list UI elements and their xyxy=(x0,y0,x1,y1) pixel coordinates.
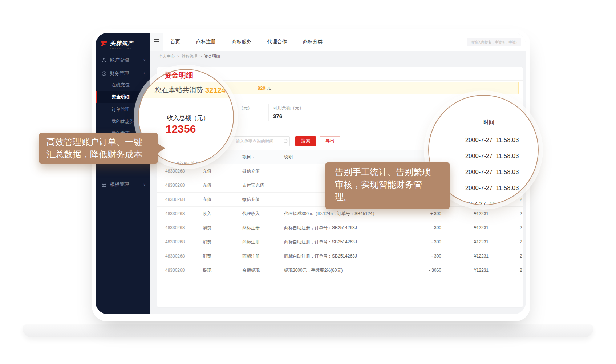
magnified-tab-label: 资金明细 xyxy=(164,70,193,80)
brand-logo[interactable]: 头牌知产 TOUPAI.COM xyxy=(101,40,133,50)
laptop-base xyxy=(23,324,593,337)
export-button[interactable]: 导出 xyxy=(320,136,340,146)
breadcrumb-separator: > xyxy=(177,54,179,58)
hamburger-menu-icon[interactable] xyxy=(150,33,163,51)
magnified-banner-amount: 32124 xyxy=(205,86,226,94)
cell-type: 充值 xyxy=(203,182,242,189)
chevron-down-icon: ∨ xyxy=(143,58,146,62)
cell-amount: + 300 xyxy=(412,211,441,216)
col-desc-header: 说明 xyxy=(284,154,412,160)
table-row[interactable]: 48330268 消费 商标注册 商标自助注册，订单号：SB2514263J -… xyxy=(157,249,523,263)
cell-order-number: 48330268 xyxy=(165,183,203,188)
cell-balance: ¥12231 xyxy=(441,268,489,273)
sort-chevron-icon: ∨ xyxy=(252,156,255,159)
banner-amount-fragment: 820 xyxy=(258,85,266,91)
breadcrumb-current: 资金明细 xyxy=(204,54,220,59)
cell-project: 余额提现 xyxy=(242,267,284,274)
sidebar: 头牌知产 TOUPAI.COM 账户管理 ∨ 财务管理 ∧ xyxy=(96,33,150,314)
cell-time-fragment: 2 xyxy=(489,268,523,273)
cell-project: 商标注册 xyxy=(242,253,284,259)
cell-project: 商标注册 xyxy=(242,225,284,231)
cell-order-number: 48330268 xyxy=(165,169,203,174)
callout-left: 高效管理账户订单、一键 汇总数据，降低财务成本 xyxy=(39,133,158,164)
sidebar-item-label: 财务管理 xyxy=(110,70,129,77)
table-row[interactable]: 48330268 提现 余额提现 提现3000元，手续费2%(60元) - 30… xyxy=(157,263,523,277)
callout-left-line2: 汇总数据，降低财务成本 xyxy=(46,148,150,161)
callout-left-line1: 高效管理账户订单、一键 xyxy=(46,136,150,148)
magnified-banner-prefix: 您在本站共消费 xyxy=(155,85,203,95)
magnified-income-label: 收入总额（元） xyxy=(167,114,209,122)
cell-amount: - 300 xyxy=(412,239,441,244)
search-input[interactable] xyxy=(467,38,521,46)
cell-type: 充值 xyxy=(203,168,242,174)
cell-time-fragment: 2 xyxy=(489,254,523,259)
cell-project: 代理收入 xyxy=(242,211,284,217)
sidebar-item-finance[interactable]: 财务管理 ∧ xyxy=(96,67,150,80)
cell-type: 充值 xyxy=(203,197,242,203)
cell-description: 商标自助注册，订单号：SB2514263J xyxy=(284,239,412,245)
cell-order-number: 48330268 xyxy=(165,268,203,273)
table-row[interactable]: 48330268 消费 商标注册 商标自助注册，订单号：SB2514263J -… xyxy=(157,235,523,249)
sidebar-subitem-label: 在线充值 xyxy=(112,82,130,88)
calendar-icon xyxy=(284,139,288,143)
col-project-header[interactable]: 项目∨ xyxy=(242,154,284,160)
cell-project: 微信充值 xyxy=(242,168,284,174)
cell-order-number: 48330268 xyxy=(165,239,203,244)
brand-logo-icon xyxy=(101,40,108,47)
stat-balance-label: 可用余额（元） xyxy=(273,105,304,111)
cell-type: 消费 xyxy=(203,253,242,259)
table-row[interactable]: 48330268 消费 商标注册 商标自助注册，订单号：SB2514263J -… xyxy=(157,221,523,235)
banner-text-fragment: 820 元 xyxy=(258,82,271,94)
brand-domain: TOUPAI.COM xyxy=(110,48,133,50)
nav-item-agent-cooperation[interactable]: 代理合作 xyxy=(267,39,287,45)
callout-right: 告别手工统计、告别繁琐 审核，实现智能财务管 理。 xyxy=(325,162,450,209)
callout-right-line1: 告别手工统计、告别繁琐 xyxy=(335,166,440,178)
cell-type: 收入 xyxy=(203,211,242,217)
cell-description: 商标自助注册，订单号：SB2514263J xyxy=(284,225,412,231)
stats-divider xyxy=(268,104,269,121)
sidebar-item-template[interactable]: 模板管理 ∨ xyxy=(96,178,150,191)
nav-item-trademark-register[interactable]: 商标注册 xyxy=(196,39,216,45)
cell-balance: ¥12231 xyxy=(441,225,489,230)
breadcrumb-item[interactable]: 个人中心 xyxy=(159,54,175,59)
nav-item-home[interactable]: 首页 xyxy=(170,39,180,45)
template-icon xyxy=(101,182,107,187)
finance-icon xyxy=(101,71,107,76)
cell-description: 商标自助注册，订单号：SB2514263J xyxy=(284,253,412,259)
cell-time-fragment: 2 xyxy=(489,211,523,216)
cell-amount: - 3060 xyxy=(412,268,441,273)
cell-amount: - 300 xyxy=(412,254,441,259)
sidebar-item-account[interactable]: 账户管理 ∨ xyxy=(96,54,150,66)
user-icon xyxy=(101,57,107,63)
magnified-consumption-banner: 您在本站共消费 32124 xyxy=(139,82,233,98)
sidebar-subitem-label: 订单管理 xyxy=(112,106,130,113)
cell-balance: ¥12231 xyxy=(441,211,489,216)
sidebar-subitem-label: 我的优惠券 xyxy=(112,118,134,125)
date-query-input[interactable] xyxy=(232,136,290,146)
chevron-up-icon: ∧ xyxy=(143,72,146,75)
magnified-time-cell: 2000-7-27 11:58:03 xyxy=(429,132,538,148)
cell-project: 支付宝充值 xyxy=(242,182,284,189)
cell-type: 消费 xyxy=(203,225,242,231)
breadcrumb-separator: > xyxy=(199,54,202,58)
nav-item-trademark-service[interactable]: 商标服务 xyxy=(232,39,251,45)
cell-project: 微信充值 xyxy=(242,197,284,203)
stat-balance-value: 376 xyxy=(273,113,282,119)
cell-balance: ¥12231 xyxy=(441,254,489,259)
chevron-down-icon: ∨ xyxy=(143,183,146,186)
cell-time-fragment: 2 xyxy=(489,239,523,244)
nav-item-trademark-category[interactable]: 商标分类 xyxy=(303,39,323,45)
sidebar-subitem-label: 资金明细 xyxy=(112,94,130,100)
top-navbar: 首页 商标注册 商标服务 代理合作 商标分类 xyxy=(150,33,526,51)
cell-order-number: 48330268 xyxy=(165,211,203,216)
breadcrumb: 个人中心 > 财务管理 > 资金明细 xyxy=(150,51,526,62)
top-nav-items: 首页 商标注册 商标服务 代理合作 商标分类 xyxy=(170,33,323,51)
search-button[interactable]: 搜索 xyxy=(295,136,316,146)
breadcrumb-item[interactable]: 财务管理 xyxy=(181,54,197,59)
cell-balance: ¥12231 xyxy=(441,239,489,244)
sidebar-item-label: 账户管理 xyxy=(110,57,129,63)
magnified-income-value: 12356 xyxy=(166,123,196,135)
cell-amount: - 300 xyxy=(412,225,441,230)
sidebar-subitem-online-recharge[interactable]: 在线充值 xyxy=(96,79,150,91)
cell-type: 提现 xyxy=(203,267,242,274)
